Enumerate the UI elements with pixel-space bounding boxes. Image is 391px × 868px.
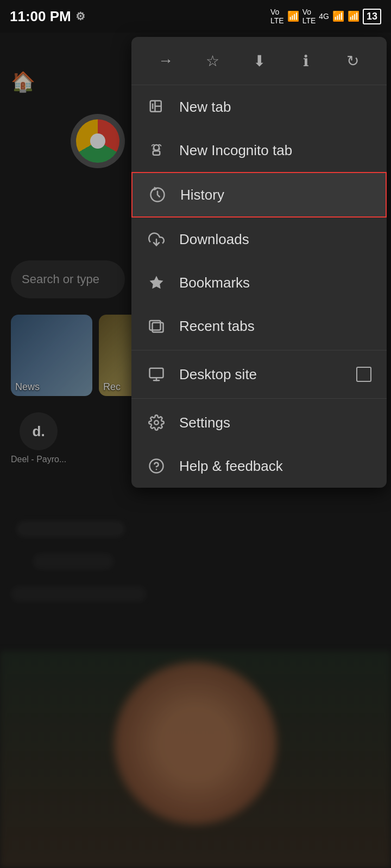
- bookmarks-label: Bookmarks: [179, 275, 371, 291]
- incognito-label: New Incognito tab: [179, 142, 371, 159]
- new-tab-label: New tab: [179, 99, 371, 116]
- star-icon: ☆: [206, 52, 219, 70]
- new-tab-icon: [147, 97, 166, 117]
- settings-icon: [147, 413, 166, 432]
- svg-point-7: [153, 148, 155, 150]
- forward-button[interactable]: →: [152, 47, 180, 75]
- bars-icon-1: 📶: [287, 10, 299, 22]
- refresh-icon: ↻: [346, 52, 359, 70]
- forward-icon: →: [158, 52, 173, 69]
- recent-tabs-label: Recent tabs: [179, 318, 371, 335]
- bookmark-button[interactable]: ☆: [198, 47, 226, 75]
- menu-item-incognito[interactable]: New Incognito tab: [131, 129, 387, 172]
- history-icon: [148, 185, 167, 205]
- desktop-icon: [147, 365, 166, 384]
- info-icon: ℹ: [303, 52, 309, 70]
- svg-marker-10: [150, 276, 163, 289]
- time-display: 11:00 PM: [10, 8, 71, 25]
- download-icon: ⬇: [253, 52, 266, 70]
- download-button[interactable]: ⬇: [245, 47, 273, 75]
- incognito-icon: [147, 141, 166, 160]
- divider-1: [131, 350, 387, 350]
- svg-point-16: [154, 420, 159, 425]
- recent-tabs-icon: [147, 316, 166, 336]
- help-icon: [147, 456, 166, 476]
- divider-2: [131, 398, 387, 399]
- svg-point-8: [158, 148, 160, 150]
- status-time-area: 11:00 PM ⚙: [10, 8, 85, 25]
- menu-item-new-tab[interactable]: New tab: [131, 85, 387, 129]
- refresh-button[interactable]: ↻: [338, 47, 367, 75]
- help-label: Help & feedback: [179, 458, 371, 475]
- menu-item-help[interactable]: Help & feedback: [131, 444, 387, 488]
- info-button[interactable]: ℹ: [292, 47, 320, 75]
- bars-icon-2: 📶: [332, 10, 344, 22]
- battery-indicator: 13: [363, 9, 381, 24]
- 4g-label: 4G: [319, 12, 329, 21]
- desktop-site-label: Desktop site: [179, 366, 343, 383]
- downloads-icon: [147, 229, 166, 249]
- wifi-icon: 📶: [348, 10, 360, 22]
- menu-item-bookmarks[interactable]: Bookmarks: [131, 261, 387, 304]
- downloads-label: Downloads: [179, 231, 371, 248]
- menu-item-recent-tabs[interactable]: Recent tabs: [131, 304, 387, 348]
- status-icons-group: VoLTE 📶 VoLTE 4G 📶 📶 13: [270, 8, 381, 25]
- svg-rect-6: [153, 151, 160, 155]
- status-bar: 11:00 PM ⚙ VoLTE 📶 VoLTE 4G 📶 📶 13: [0, 0, 391, 33]
- settings-status-icon: ⚙: [75, 10, 85, 23]
- menu-item-history[interactable]: History: [131, 172, 387, 218]
- settings-label: Settings: [179, 414, 371, 431]
- desktop-site-checkbox[interactable]: [356, 367, 371, 382]
- dropdown-menu: → ☆ ⬇ ℹ ↻ New tab New Incognito tab: [131, 37, 387, 488]
- bookmarks-icon: [147, 273, 166, 292]
- menu-toolbar: → ☆ ⬇ ℹ ↻: [131, 37, 387, 85]
- history-label: History: [180, 187, 370, 203]
- signal-icon-1: VoLTE: [270, 8, 284, 25]
- svg-rect-13: [150, 368, 163, 378]
- menu-item-downloads[interactable]: Downloads: [131, 218, 387, 261]
- menu-item-desktop-site[interactable]: Desktop site: [131, 353, 387, 396]
- menu-item-settings[interactable]: Settings: [131, 401, 387, 444]
- signal-icon-2: VoLTE: [302, 8, 316, 25]
